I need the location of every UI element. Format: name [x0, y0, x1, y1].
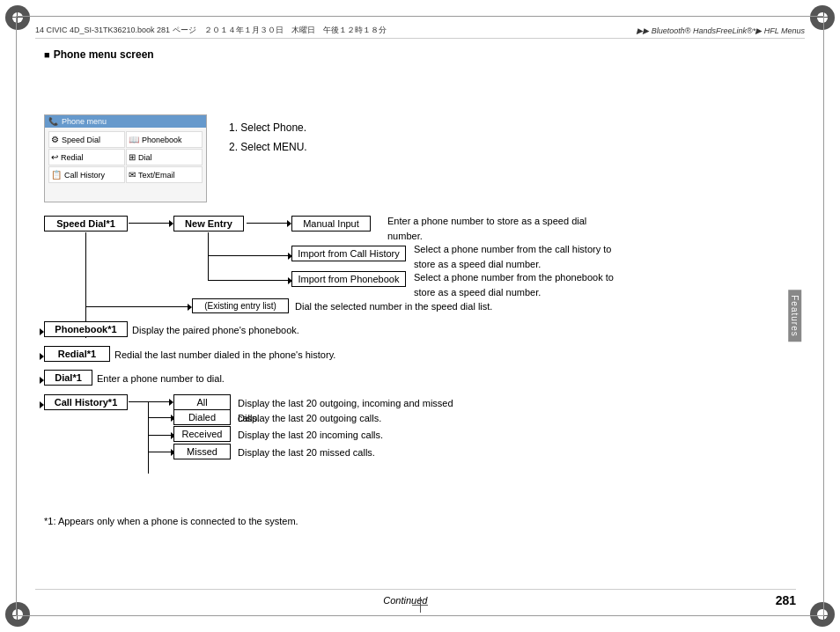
node-redial: Redial*1 — [44, 346, 110, 362]
flow-diagram: Speed Dial*1 New Entry Manual Input Ente… — [44, 216, 796, 535]
step1: 1. Select Phone. — [229, 119, 307, 138]
desc-phonebook: Display the paired phone's phonebook. — [132, 323, 299, 338]
node-import-call-history: Import from Call History — [291, 246, 406, 261]
menu-item-dial: ⊞ Dial — [126, 149, 203, 165]
dial-icon: ⊞ — [129, 152, 136, 162]
hline-ne-phonebook — [208, 280, 291, 281]
arrow-phonebook — [40, 328, 44, 335]
hline-ne-callhist — [208, 255, 291, 256]
footnote: *1: Appears only when a phone is connect… — [44, 516, 298, 526]
node-dialed: Dialed — [173, 409, 231, 425]
node-speed-dial: Speed Dial*1 — [44, 216, 128, 231]
line-sd-newentry — [129, 223, 173, 224]
vline-ne-2 — [208, 255, 209, 280]
call-history-icon: 📋 — [51, 170, 62, 180]
line-newentry-manual — [247, 223, 291, 224]
node-dial: Dial*1 — [44, 370, 92, 386]
bottom-center-crosshair — [412, 597, 428, 613]
node-call-history: Call History*1 — [44, 394, 128, 410]
node-phonebook: Phonebook*1 — [44, 321, 128, 337]
vline-ne-1 — [208, 232, 209, 255]
menu-item-redial: ↩ Redial — [48, 149, 125, 165]
arrow-call-history — [40, 401, 44, 408]
text-email-icon: ✉ — [129, 170, 136, 180]
node-new-entry: New Entry — [173, 216, 244, 231]
instruction-block: 1. Select Phone. 2. Select MENU. — [229, 119, 307, 157]
phone-icon: 📞 — [48, 117, 58, 126]
node-manual-input: Manual Input — [291, 216, 371, 231]
desc-existing-entry: Dial the selected number in the speed di… — [295, 299, 492, 314]
file-info: 14 CIVIC 4D_SI-31TK36210.book 281 ページ ２０… — [35, 25, 387, 36]
node-existing-entry: (Existing entry list) — [192, 298, 289, 313]
node-all: All — [173, 394, 231, 410]
section-heading: Phone menu screen — [44, 48, 796, 61]
menu-item-phonebook: 📖 Phonebook — [126, 131, 203, 148]
hline-ch-all — [129, 401, 173, 402]
desc-received: Display the last 20 incoming calls. — [238, 428, 383, 443]
arrow-redial — [40, 353, 44, 360]
node-received: Received — [173, 426, 231, 442]
menu-item-speed-dial: ⚙ Speed Dial — [48, 131, 125, 148]
page-number: 281 — [776, 593, 796, 607]
phone-menu-grid: ⚙ Speed Dial 📖 Phonebook ↩ Redial ⊞ Dial… — [45, 128, 206, 187]
hline-sd-existing — [85, 306, 191, 307]
phone-menu-titlebar: 📞 Phone menu — [45, 115, 206, 128]
desc-dial: Enter a phone number to dial. — [97, 371, 225, 386]
step2: 2. Select MENU. — [229, 138, 307, 158]
page-header: 14 CIVIC 4D_SI-31TK36210.book 281 ページ ２０… — [35, 25, 805, 39]
main-content: Phone menu screen 📞 Phone menu ⚙ Speed D… — [44, 48, 796, 588]
phone-menu-title: Phone menu — [62, 117, 107, 126]
vline-ch-subs — [148, 401, 149, 474]
desc-manual-input: Enter a phone number to store as a speed… — [387, 214, 590, 243]
menu-item-text-email: ✉ Text/Email — [126, 166, 203, 183]
redial-icon: ↩ — [51, 152, 58, 162]
phone-menu-screenshot: 📞 Phone menu ⚙ Speed Dial 📖 Phonebook ↩ … — [44, 114, 207, 202]
diagram-area: Speed Dial*1 New Entry Manual Input Ente… — [44, 216, 796, 535]
node-import-phonebook: Import from Phonebook — [291, 271, 406, 287]
desc-import-call-history: Select a phone number from the call hist… — [414, 242, 616, 271]
node-missed: Missed — [173, 444, 231, 459]
menu-item-call-history: 📋 Call History — [48, 166, 125, 183]
desc-redial: Redial the last number dialed in the pho… — [114, 348, 335, 363]
desc-import-phonebook: Select a phone number from the phonebook… — [414, 270, 616, 299]
breadcrumb: ▶▶ Bluetooth® HandsFreeLink®*▶ HFL Menus — [637, 26, 805, 35]
phonebook-icon: 📖 — [129, 135, 139, 144]
speed-dial-icon: ⚙ — [51, 135, 59, 144]
desc-missed: Display the last 20 missed calls. — [238, 445, 375, 460]
desc-dialed: Display the last 20 outgoing calls. — [238, 411, 381, 426]
arrow-dial — [40, 377, 44, 384]
continued-label: Continued — [35, 595, 776, 606]
